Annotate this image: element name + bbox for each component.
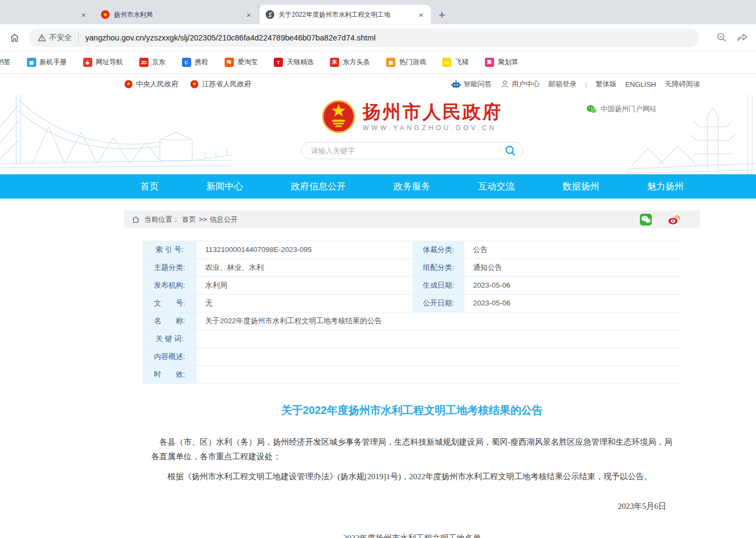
site-url: WWW.YANGZHOU.GOV.CN <box>363 124 503 132</box>
user-icon <box>501 80 509 88</box>
page-content: 当前位置： 首页 >> 信息公开 索 引 号: 1132100001440709… <box>124 210 700 538</box>
portal-label: 中国扬州门户网站 <box>600 104 657 114</box>
nav-info-disclosure[interactable]: 政府信息公开 <box>291 180 346 193</box>
new-tab-button[interactable]: + <box>438 9 446 21</box>
nav-data[interactable]: 数据扬州 <box>563 180 599 193</box>
article-title: 关于2022年度扬州市水利工程文明工地考核结果的公告 <box>124 403 700 418</box>
bookmark-item[interactable]: C 携程 <box>182 58 208 67</box>
url-text[interactable]: yangzhou.gov.cn/yzszxxgk/slj/202305/210c… <box>79 33 375 42</box>
share-icon[interactable] <box>735 31 748 44</box>
nav-charm[interactable]: 魅力扬州 <box>647 180 684 193</box>
search-icon[interactable] <box>504 145 516 156</box>
smart-qa-link[interactable]: 智能问答 <box>451 79 492 89</box>
table-row: 时 效: <box>141 366 683 384</box>
mail-login-link[interactable]: 邮箱登录 <box>549 79 577 89</box>
tab-title: 扬州市水利局 <box>114 10 240 19</box>
breadcrumb-separator: >> <box>199 215 207 223</box>
table-row: 索 引 号: 11321000014407098E-2023-095 体裁分类:… <box>141 241 683 259</box>
bookmark-item[interactable]: ◈ 网址导航 <box>83 58 123 67</box>
bookmark-icon: ω <box>442 58 451 67</box>
article-paragraph: 各县（市、区）水利（务）局，扬州经济开发区城乡事务管理局，生态科技新城规划建设局… <box>151 435 673 464</box>
bookmark-item[interactable]: 机书签 <box>0 58 11 67</box>
user-center-link[interactable]: 用户中心 <box>501 79 540 89</box>
bookmark-item[interactable]: 东 东方头条 <box>330 58 370 67</box>
nav-news[interactable]: 新闻中心 <box>206 180 243 193</box>
emblem-icon <box>190 80 199 88</box>
table-row: 发布机构: 水利局 生成日期: 2023-05-06 <box>141 277 683 295</box>
tab-shuiliju[interactable]: 扬州市水利局 × <box>94 5 259 24</box>
english-link[interactable]: ENGLISH <box>625 80 656 88</box>
bookmark-icon: ▤ <box>27 58 36 67</box>
portal-badge[interactable]: 中国扬州门户网站 <box>586 104 657 114</box>
bookmarks-bar: 机书签 ▤ 新机手册 ◈ 网址导航 JD 京东 C 携程 淘 爱淘宝 T 天猫精… <box>0 51 756 74</box>
main-nav: 首页 新闻中心 政府信息公开 政务服务 互动交流 数据扬州 魅力扬州 <box>0 174 756 199</box>
bookmark-icon: 淘 <box>225 58 234 67</box>
separator: | <box>585 80 587 88</box>
bookmark-icon: JD <box>139 58 148 67</box>
article-body: 各县（市、区）水利（务）局，扬州经济开发区城乡事务管理局，生态科技新城规划建设局… <box>124 435 700 538</box>
article-date: 2023年5月6日 <box>151 499 673 514</box>
national-emblem-icon <box>322 100 355 133</box>
article-list-title: 2022年度扬州市水利工程文明工地名单 <box>151 531 673 538</box>
bookmark-icon: C <box>182 58 191 67</box>
table-row: 名 称: 关于2022年度扬州市水利工程文明工地考核结果的公告 <box>141 312 683 330</box>
emblem-icon <box>124 80 133 88</box>
close-icon[interactable]: × <box>244 11 253 19</box>
bookmark-item[interactable]: JD 京东 <box>139 58 166 67</box>
breadcrumb-label: 当前位置： <box>144 215 179 224</box>
security-chip[interactable]: 不安全 <box>38 33 79 43</box>
warning-icon <box>38 34 46 42</box>
bookmark-item[interactable]: ▤ 新机手册 <box>27 58 67 67</box>
breadcrumb-home-link[interactable]: 首页 <box>182 215 196 224</box>
link-jiangsu-gov[interactable]: 江苏省人民政府 <box>190 79 251 89</box>
nav-home[interactable]: 首页 <box>140 180 159 193</box>
bookmark-item[interactable]: ▣ 热门游戏 <box>386 58 426 67</box>
security-label: 不安全 <box>49 33 72 43</box>
bookmark-item[interactable]: 淘 爱淘宝 <box>225 58 258 67</box>
wechat-share-icon[interactable] <box>639 213 652 226</box>
site-utility-bar: 中央人民政府 江苏省人民政府 智能问答 用户中心 邮箱登录 | 繁体版 <box>0 74 756 94</box>
table-row: 内容概述: <box>141 348 683 366</box>
site-search[interactable] <box>301 142 523 159</box>
breadcrumb: 当前位置： 首页 >> 信息公开 <box>124 210 700 228</box>
browser-tab-bar: × 扬州市水利局 × 关于2022年度扬州市水利工程文明工地 × + <box>0 0 756 24</box>
site-logo[interactable]: 扬州市人民政府 WWW.YANGZHOU.GOV.CN <box>322 100 503 133</box>
home-icon[interactable] <box>132 216 140 223</box>
site-banner: 扬州市人民政府 WWW.YANGZHOU.GOV.CN 中国扬州门户网站 <box>0 94 756 174</box>
robot-icon <box>451 80 461 89</box>
tab-title: 关于2022年度扬州市水利工程文明工地 <box>279 10 412 19</box>
table-row: 文 号: 无 公开日期: 2023-05-06 <box>141 295 683 312</box>
document-meta-table: 索 引 号: 11321000014407098E-2023-095 体裁分类:… <box>141 241 683 384</box>
browser-toolbar: 不安全 yangzhou.gov.cn/yzszxxgk/slj/202305/… <box>0 24 756 51</box>
traditional-link[interactable]: 繁体版 <box>596 79 617 89</box>
weibo-share-icon[interactable] <box>667 213 680 226</box>
bookmark-icon: ◈ <box>83 58 92 67</box>
gov-links: 中央人民政府 江苏省人民政府 <box>124 79 251 89</box>
bookmark-icon: 聚 <box>485 58 494 67</box>
bookmark-item[interactable]: 聚 聚划算 <box>485 58 518 67</box>
home-icon[interactable] <box>8 31 22 45</box>
zoom-out-icon[interactable] <box>715 31 728 44</box>
table-row: 关 键 词: <box>141 330 683 348</box>
table-row: 主题分类: 农业、林业、水利 组配分类: 通知公告 <box>141 259 683 277</box>
site-favicon-icon <box>266 10 274 19</box>
site-title: 扬州市人民政府 <box>363 101 503 122</box>
accessibility-link[interactable]: 无障碍阅读 <box>665 79 700 89</box>
search-input[interactable] <box>311 147 504 155</box>
close-icon[interactable]: × <box>416 11 426 19</box>
url-bar[interactable]: 不安全 yangzhou.gov.cn/yzszxxgk/slj/202305/… <box>29 29 699 47</box>
bookmark-item[interactable]: ω 飞猪 <box>442 58 469 67</box>
close-icon[interactable]: × <box>79 11 88 19</box>
tab-partial[interactable]: × <box>0 5 94 24</box>
nav-services[interactable]: 政务服务 <box>394 180 430 193</box>
link-central-gov[interactable]: 中央人民政府 <box>124 79 178 89</box>
breadcrumb-current[interactable]: 信息公开 <box>210 215 238 224</box>
wechat-icon <box>586 105 597 114</box>
article-paragraph: 根据《扬州市水利工程文明工地建设管理办法》(扬水规[2019]1号)，2022年… <box>151 469 673 484</box>
bookmark-item[interactable]: T 天猫精选 <box>274 58 314 67</box>
bookmark-icon: 东 <box>330 58 339 67</box>
emblem-favicon-icon <box>101 10 110 19</box>
bookmark-icon: T <box>274 58 283 67</box>
tab-active-article[interactable]: 关于2022年度扬州市水利工程文明工地 × <box>259 5 431 24</box>
nav-interaction[interactable]: 互动交流 <box>478 180 515 193</box>
